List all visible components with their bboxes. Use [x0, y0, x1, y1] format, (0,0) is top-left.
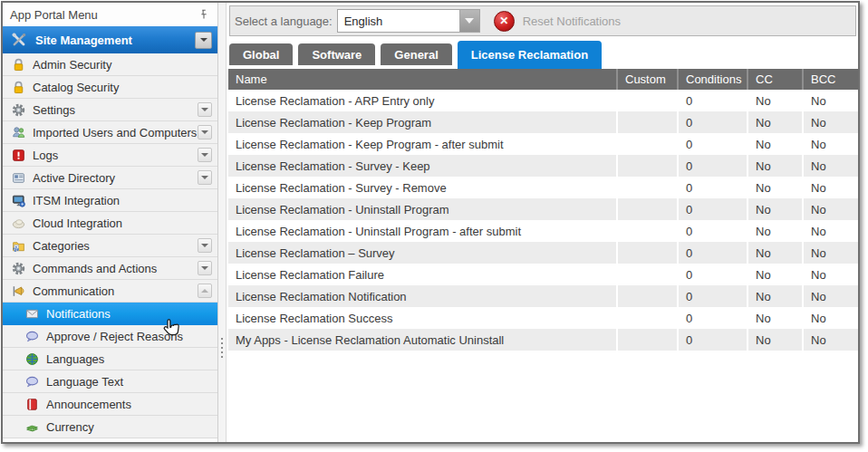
notifications-table: Name Custom Conditions CC BCC License Re… [228, 69, 858, 351]
sidebar-item-communication[interactable]: Communication [3, 280, 217, 303]
chevron-down-icon [201, 266, 208, 270]
cell-conditions: 0 [677, 242, 747, 264]
sidebar-item-categories[interactable]: Categories [3, 235, 217, 257]
cell-cc: No [747, 155, 802, 177]
cell-custom [616, 242, 677, 264]
sidebar-item-label: Catalog Security [33, 81, 217, 94]
sidebar-splitter[interactable] [218, 3, 227, 442]
expand-button[interactable] [198, 238, 212, 253]
tab-license-reclamation[interactable]: License Reclamation [458, 41, 602, 69]
expand-button[interactable] [198, 125, 212, 139]
cell-cc: No [747, 177, 802, 198]
pin-icon[interactable] [198, 8, 210, 21]
tab-general[interactable]: General [381, 43, 451, 65]
table-row[interactable]: License Reclamation - ARP Entry only 0 N… [228, 90, 858, 111]
sidebar-item-label: Language Text [46, 375, 217, 389]
table-row[interactable]: License Reclamation – Survey 0 No No [228, 242, 858, 264]
column-header-conditions[interactable]: Conditions [677, 69, 747, 90]
sidebar-item-itsm-integration[interactable]: ITSM Integration [3, 189, 217, 212]
sidebar-item-catalog-security[interactable]: Catalog Security [3, 76, 217, 99]
cell-name: My Apps - License Reclamation Automatic … [228, 329, 616, 351]
sidebar-item-commands-and-actions[interactable]: Commands and Actions [3, 257, 217, 280]
tab-global[interactable]: Global [229, 43, 293, 65]
sidebar-item-label: Approve / Reject Reasons [46, 330, 217, 343]
sidebar-item-label: Languages [46, 352, 217, 366]
sidebar-item-label: Active Directory [33, 171, 198, 185]
sidebar: App Portal Menu Site Management Admin [3, 3, 218, 442]
directory-card-icon [11, 170, 26, 186]
reset-notifications-button[interactable]: ✕ [494, 11, 515, 32]
cell-custom [616, 111, 677, 133]
language-select[interactable]: English [337, 9, 480, 33]
cell-custom [616, 155, 677, 177]
sidebar-item-label: Communication [33, 284, 198, 298]
sidebar-item-logs[interactable]: Logs [3, 144, 217, 167]
cell-bcc: No [802, 90, 858, 111]
column-header-name[interactable]: Name [228, 69, 616, 90]
sidebar-item-approve-reject-reasons[interactable]: Approve / Reject Reasons [3, 325, 217, 348]
cell-name: License Reclamation Notification [228, 285, 616, 307]
cell-conditions: 0 [677, 155, 747, 177]
table-row[interactable]: License Reclamation - Survey - Keep 0 No… [228, 155, 858, 177]
table-row[interactable]: License Reclamation - Uninstall Program … [228, 198, 858, 220]
sidebar-item-cloud-integration[interactable]: Cloud Integration [3, 212, 217, 235]
section-collapse-button[interactable] [195, 32, 212, 49]
cell-name: License Reclamation Success [228, 307, 616, 329]
sidebar-section-site-management[interactable]: Site Management [3, 26, 217, 53]
table-row[interactable]: License Reclamation - Uninstall Program … [228, 220, 858, 242]
cell-name: License Reclamation - ARP Entry only [228, 90, 616, 111]
sidebar-title: App Portal Menu [10, 8, 198, 22]
tab-software[interactable]: Software [298, 43, 375, 65]
column-header-cc[interactable]: CC [747, 69, 802, 90]
expand-button[interactable] [198, 261, 212, 275]
sidebar-item-language-text[interactable]: Language Text [3, 370, 217, 393]
language-select-dropdown-button[interactable] [459, 10, 479, 32]
cell-cc: No [747, 220, 802, 242]
cell-bcc: No [802, 285, 858, 307]
table-row[interactable]: My Apps - License Reclamation Automatic … [228, 329, 858, 351]
cell-cc: No [747, 111, 802, 133]
language-select-label: Select a language: [235, 14, 333, 28]
collapse-button[interactable] [198, 284, 212, 298]
cell-bcc: No [802, 198, 858, 220]
expand-button[interactable] [198, 170, 212, 185]
table-row[interactable]: License Reclamation - Survey - Remove 0 … [228, 177, 858, 198]
sidebar-item-label: Imported Users and Computers [33, 126, 198, 139]
cell-name: License Reclamation - Survey - Keep [228, 155, 616, 177]
sidebar-item-label: Cloud Integration [33, 216, 217, 230]
table-row[interactable]: License Reclamation Success 0 No No [228, 307, 858, 329]
sidebar-item-languages[interactable]: Languages [3, 348, 217, 370]
expand-button[interactable] [198, 148, 212, 162]
chevron-up-icon [201, 289, 208, 293]
splitter-grip-icon [221, 338, 223, 358]
error-log-icon [11, 148, 26, 163]
cell-name: License Reclamation – Survey [228, 242, 616, 264]
sidebar-item-imported-users-and-computers[interactable]: Imported Users and Computers [3, 121, 217, 144]
table-row[interactable]: License Reclamation Failure 0 No No [228, 264, 858, 285]
cell-cc: No [747, 133, 802, 155]
table-row[interactable]: License Reclamation - Keep Program 0 No … [228, 111, 858, 133]
cell-conditions: 0 [677, 329, 747, 351]
table-row[interactable]: License Reclamation Notification 0 No No [228, 285, 858, 307]
sidebar-item-label: Logs [33, 149, 198, 162]
sidebar-item-notifications[interactable]: Notifications [3, 303, 217, 325]
sidebar-item-currency[interactable]: Currency [3, 416, 217, 438]
x-icon: ✕ [499, 14, 508, 27]
cell-conditions: 0 [677, 177, 747, 198]
table-header-row: Name Custom Conditions CC BCC [228, 69, 858, 90]
column-header-bcc[interactable]: BCC [802, 69, 858, 90]
column-header-custom[interactable]: Custom [616, 69, 677, 90]
sidebar-item-label: Currency [46, 420, 217, 434]
cell-bcc: No [802, 307, 858, 329]
sidebar-item-label: Settings [33, 103, 198, 117]
sidebar-item-settings[interactable]: Settings [3, 99, 217, 121]
chevron-down-icon [201, 108, 208, 111]
expand-button[interactable] [198, 102, 212, 117]
table-row[interactable]: License Reclamation - Keep Program - aft… [228, 133, 858, 155]
cell-name: License Reclamation - Keep Program - aft… [228, 133, 616, 155]
sidebar-item-admin-security[interactable]: Admin Security [3, 53, 217, 76]
sidebar-item-active-directory[interactable]: Active Directory [3, 167, 217, 189]
screenshot-stage: App Portal Menu Site Management Admin [0, 0, 868, 452]
sidebar-item-announcements[interactable]: Announcements [3, 393, 217, 416]
sidebar-header: App Portal Menu [3, 3, 217, 26]
